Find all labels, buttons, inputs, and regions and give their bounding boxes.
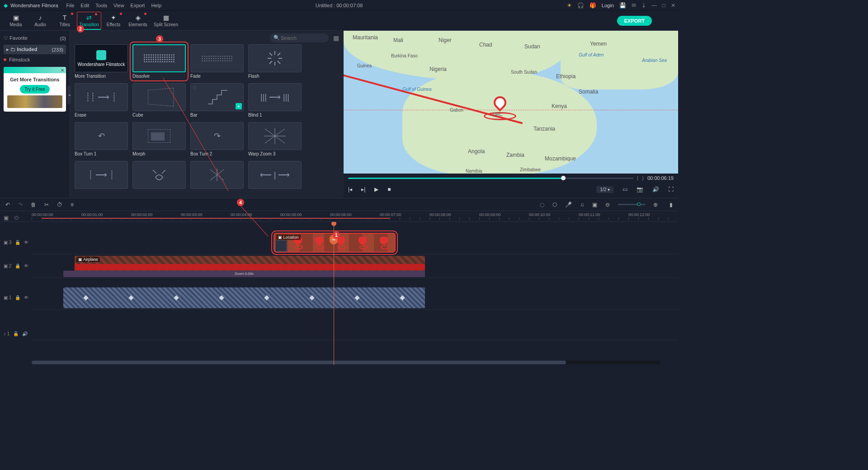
audio-mixer-icon[interactable]: ♫ bbox=[580, 202, 584, 208]
preview-scrubber[interactable] bbox=[348, 178, 633, 179]
fullscreen-icon[interactable]: ⛶ bbox=[668, 186, 674, 193]
svg-line-10 bbox=[265, 136, 275, 143]
sun-icon[interactable]: ☀ bbox=[567, 2, 572, 9]
transition-row4-2[interactable] bbox=[132, 161, 186, 189]
transition-morph[interactable]: Morph bbox=[132, 122, 186, 156]
redo-icon[interactable]: ↷ bbox=[18, 202, 23, 208]
mute-icon[interactable]: 🔊 bbox=[22, 331, 28, 336]
promo-close-icon[interactable]: ✕ bbox=[61, 68, 64, 73]
tab-effects[interactable]: ✦Effects bbox=[101, 12, 126, 30]
menu-edit[interactable]: Edit bbox=[80, 3, 89, 8]
annotation-4: 4 bbox=[237, 199, 244, 206]
menu-tools[interactable]: Tools bbox=[95, 3, 107, 8]
transition-warpzoom3[interactable]: Warp Zoom 3 bbox=[248, 122, 302, 156]
transition-cube[interactable]: Cube bbox=[132, 83, 186, 118]
promo-try-button[interactable]: Try it Free bbox=[20, 85, 49, 94]
transition-bar[interactable]: ♡+Bar bbox=[190, 83, 244, 118]
transition-browser: 🔍 ▦ Wondershare FilmstockMore Transition… bbox=[70, 31, 344, 198]
transition-row4-1[interactable]: ┊ ⟶ ┊ bbox=[75, 161, 128, 189]
transition-fade[interactable]: Fade bbox=[190, 44, 244, 79]
snapshot-icon[interactable]: 📷 bbox=[637, 186, 643, 193]
tab-elements[interactable]: ◈Elements bbox=[126, 12, 150, 30]
notification-icon[interactable]: ⤓ bbox=[642, 2, 646, 9]
add-icon[interactable]: + bbox=[236, 103, 242, 109]
timeline-ruler[interactable]: 00:00:00:0000:00:01:0000:00:02:0000:00:0… bbox=[0, 211, 678, 222]
zoom-in-icon[interactable]: ⊕ bbox=[653, 202, 658, 208]
adjust-icon[interactable]: ≡ bbox=[71, 202, 74, 208]
transition-boxturn1[interactable]: ↶Box Turn 1 bbox=[75, 122, 128, 156]
transition-dissolve[interactable]: Dissolve bbox=[132, 43, 187, 80]
menu-view[interactable]: View bbox=[113, 3, 124, 8]
tab-media[interactable]: ▣Media bbox=[4, 12, 28, 30]
stop-icon[interactable]: ■ bbox=[387, 186, 391, 193]
timeline-settings-icon[interactable]: ▮ bbox=[670, 202, 673, 208]
visibility-icon[interactable]: 👁 bbox=[24, 263, 28, 268]
export-button[interactable]: EXPORT bbox=[617, 16, 652, 26]
lock-icon[interactable]: 🔒 bbox=[15, 295, 20, 300]
svg-line-4 bbox=[269, 53, 272, 56]
preview-scale-select[interactable]: 1/2 ▾ bbox=[596, 186, 613, 193]
grid-view-icon[interactable]: ▦ bbox=[333, 34, 339, 42]
tab-split-screen[interactable]: ▦Split Screen bbox=[150, 12, 182, 30]
preview-quality-icon[interactable]: ▭ bbox=[623, 186, 627, 193]
mail-icon[interactable]: ✉ bbox=[632, 2, 636, 9]
timeline-hscroll[interactable] bbox=[32, 361, 660, 364]
svg-line-9 bbox=[275, 129, 285, 136]
lock-icon[interactable]: 🔓 bbox=[15, 240, 20, 245]
track-video-3[interactable]: ▣ 3🔓👁 ▣ Location bbox=[32, 231, 678, 254]
speed-icon[interactable]: ⏱ bbox=[57, 202, 62, 208]
menu-export[interactable]: Export bbox=[131, 3, 145, 8]
svg-line-20 bbox=[210, 175, 217, 180]
sidebar-collapse-icon[interactable]: ◂ bbox=[67, 86, 71, 104]
svg-line-8 bbox=[265, 129, 275, 136]
next-frame-icon[interactable]: ▸| bbox=[361, 186, 365, 193]
preview-viewport: Mauritania Mali Niger Chad Sudan Yemen B… bbox=[344, 31, 678, 174]
crop-icon[interactable]: ▣ bbox=[592, 202, 597, 208]
prev-frame-icon[interactable]: |◂ bbox=[348, 186, 352, 193]
visibility-icon[interactable]: 👁 bbox=[24, 240, 28, 245]
window-maximize-icon[interactable]: □ bbox=[662, 2, 665, 9]
undo-icon[interactable]: ↶ bbox=[5, 202, 10, 208]
headphones-icon[interactable]: 🎧 bbox=[577, 2, 584, 9]
lock-icon[interactable]: 🔓 bbox=[13, 331, 19, 336]
track-audio-1[interactable]: ♪ 1🔓🔊 bbox=[32, 328, 678, 340]
track-video-1[interactable]: ▣ 1🔒👁 bbox=[32, 286, 678, 310]
login-button[interactable]: Login bbox=[602, 3, 614, 8]
sidebar-included[interactable]: ▸ 🗀 Included (233) bbox=[4, 45, 66, 54]
volume-icon[interactable]: 🔊 bbox=[652, 186, 659, 193]
clip-map[interactable] bbox=[63, 287, 425, 308]
svg-line-5 bbox=[278, 61, 280, 64]
menu-help[interactable]: Help bbox=[151, 3, 161, 8]
lock-icon[interactable]: 🔒 bbox=[15, 263, 20, 268]
playhead[interactable]: ✂ bbox=[334, 222, 334, 365]
tab-titles[interactable]: TTitles bbox=[52, 12, 77, 30]
delete-icon[interactable]: 🗑 bbox=[31, 202, 36, 208]
voiceover-icon[interactable]: 🎤 bbox=[565, 202, 572, 208]
gift-icon[interactable]: 🎁 bbox=[590, 2, 596, 9]
window-close-icon[interactable]: ✕ bbox=[671, 2, 675, 9]
transition-blind1[interactable]: ||| ⟶ |||Blind 1 bbox=[248, 83, 302, 118]
transition-more[interactable]: Wondershare FilmstockMore Transition bbox=[75, 44, 128, 79]
sidebar-filmstock[interactable]: Filmstock bbox=[4, 57, 66, 62]
menu-file[interactable]: File bbox=[66, 3, 75, 8]
clip-zoom-label[interactable]: Zoom 0.00x bbox=[63, 271, 425, 277]
tab-audio[interactable]: ♪Audio bbox=[28, 12, 52, 30]
play-icon[interactable]: ▶ bbox=[374, 186, 378, 193]
category-sidebar: ♡ Favorite (0) ▸ 🗀 Included (233) Filmst… bbox=[0, 31, 70, 198]
heart-icon[interactable]: ♡ bbox=[193, 85, 197, 90]
split-icon[interactable]: ✂ bbox=[44, 202, 49, 208]
zoom-slider[interactable] bbox=[618, 204, 645, 205]
sidebar-favorite[interactable]: ♡ Favorite (0) bbox=[4, 33, 66, 43]
transition-erase[interactable]: ┊┊ ⟶ ┊Erase bbox=[75, 83, 128, 118]
save-icon[interactable]: 💾 bbox=[619, 2, 626, 9]
window-minimize-icon[interactable]: — bbox=[651, 2, 657, 9]
render-icon[interactable]: ◌ bbox=[540, 202, 544, 208]
zoom-out-icon[interactable]: ⊖ bbox=[605, 202, 610, 208]
marker-icon[interactable]: ⬡ bbox=[552, 202, 557, 208]
visibility-icon[interactable]: 👁 bbox=[24, 295, 28, 300]
promo-image bbox=[7, 95, 62, 108]
main-menu: File Edit Tools View Export Help bbox=[66, 3, 161, 8]
transition-flash[interactable]: Flash bbox=[248, 44, 302, 79]
transition-row4-4[interactable]: ⟵ | ⟶ bbox=[248, 161, 302, 189]
transition-row4-3[interactable] bbox=[190, 161, 244, 189]
